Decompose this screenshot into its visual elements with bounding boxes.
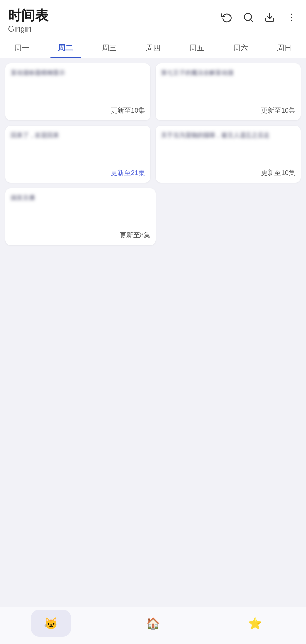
- card-title-3: 关于当为宠物的猫咪，被主人遗忘之后走: [161, 131, 295, 140]
- more-icon[interactable]: [285, 11, 298, 24]
- card-title-0: 某动漫标题模糊显示: [11, 69, 145, 77]
- card-status-1: 更新至10集: [161, 102, 295, 115]
- header-icons: [220, 8, 298, 24]
- tab-tuesday[interactable]: 周二: [44, 38, 87, 58]
- card-title-1: 第七王子的魔法全解某动漫: [161, 69, 295, 77]
- svg-line-1: [250, 19, 252, 21]
- card-status-2: 更新至21集: [11, 164, 145, 177]
- svg-point-3: [291, 14, 292, 15]
- card-status-4: 更新至8集: [11, 227, 150, 240]
- search-icon[interactable]: [242, 11, 255, 24]
- tab-monday[interactable]: 周一: [0, 38, 44, 58]
- nav-schedule[interactable]: 🐱: [31, 610, 71, 637]
- nav-favorites[interactable]: ⭐: [235, 610, 275, 637]
- card-status-3: 更新至10集: [161, 164, 295, 177]
- history-icon[interactable]: [220, 11, 234, 24]
- card-row-0: 某动漫标题模糊显示 更新至10集 第七王子的魔法全解某动漫 更新至10集: [5, 63, 301, 120]
- app-subtitle: Girigiri: [8, 24, 48, 34]
- card-status-0: 更新至10集: [11, 102, 145, 115]
- header-title-block: 时间表 Girigiri: [8, 8, 48, 34]
- download-icon[interactable]: [263, 11, 276, 24]
- favorites-nav-icon: ⭐: [248, 618, 262, 629]
- header-top: 时间表 Girigiri: [8, 8, 298, 38]
- card-title-4: 搞笑主播: [11, 194, 150, 202]
- tab-wednesday[interactable]: 周三: [88, 38, 131, 58]
- bottom-nav: 🐱 🏠 ⭐: [0, 607, 306, 644]
- schedule-nav-icon: 🐱: [44, 618, 58, 629]
- home-nav-icon: 🏠: [146, 618, 160, 629]
- anime-card-1[interactable]: 第七王子的魔法全解某动漫 更新至10集: [156, 63, 301, 120]
- anime-card-4[interactable]: 搞笑主播 更新至8集: [5, 188, 156, 245]
- anime-card-2[interactable]: 回来了，欢迎回来 更新至21集: [5, 126, 150, 183]
- tab-sunday[interactable]: 周日: [262, 38, 306, 58]
- card-row-2: 搞笑主播 更新至8集: [5, 188, 301, 245]
- svg-point-4: [291, 17, 292, 18]
- nav-home[interactable]: 🏠: [133, 610, 173, 637]
- card-row-1: 回来了，欢迎回来 更新至21集 关于当为宠物的猫咪，被主人遗忘之后走 更新至10…: [5, 126, 301, 183]
- content-area: 某动漫标题模糊显示 更新至10集 第七王子的魔法全解某动漫 更新至10集 回来了…: [0, 58, 306, 607]
- card-title-2: 回来了，欢迎回来: [11, 131, 145, 140]
- tab-thursday[interactable]: 周四: [131, 38, 175, 58]
- app-title: 时间表: [8, 8, 48, 23]
- tab-friday[interactable]: 周五: [175, 38, 218, 58]
- anime-card-0[interactable]: 某动漫标题模糊显示 更新至10集: [5, 63, 150, 120]
- tab-saturday[interactable]: 周六: [218, 38, 262, 58]
- header: 时间表 Girigiri: [0, 0, 306, 38]
- svg-point-5: [291, 20, 292, 21]
- anime-card-3[interactable]: 关于当为宠物的猫咪，被主人遗忘之后走 更新至10集: [156, 126, 301, 183]
- weekday-tabs: 周一 周二 周三 周四 周五 周六 周日: [0, 38, 306, 58]
